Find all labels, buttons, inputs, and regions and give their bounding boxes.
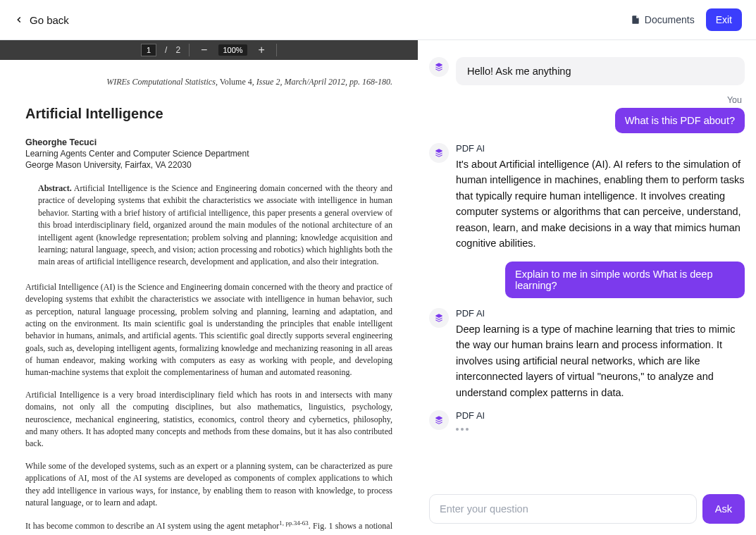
you-label: You bbox=[727, 95, 745, 105]
ai-logo-icon bbox=[434, 62, 444, 72]
toolbar-divider bbox=[189, 44, 190, 56]
ai-message-row: PDF AI Deep learning is a type of machin… bbox=[429, 308, 745, 400]
documents-label: Documents bbox=[645, 14, 695, 25]
ai-message-col: PDF AI It's about Artificial intelligenc… bbox=[456, 143, 745, 252]
pdf-affiliation-2: George Mason University, Fairfax, VA 220… bbox=[25, 160, 392, 170]
pdf-abstract: Abstract. Artificial Intelligence is the… bbox=[38, 183, 392, 269]
ai-message-col: PDF AI bbox=[456, 410, 745, 435]
go-back-button[interactable]: Go back bbox=[14, 14, 69, 26]
toolbar-divider bbox=[276, 44, 277, 56]
ai-avatar bbox=[429, 143, 449, 163]
pdf-paragraph: While some of the developed systems, suc… bbox=[25, 460, 392, 510]
ai-logo-icon bbox=[434, 148, 444, 158]
pdf-paragraph: Artificial Intelligence (AI) is the Scie… bbox=[25, 281, 392, 379]
zoom-out-button[interactable]: − bbox=[198, 44, 210, 56]
ai-logo-icon bbox=[434, 415, 444, 425]
pdf-author: Gheorghe Tecuci bbox=[25, 137, 392, 147]
loading-indicator bbox=[456, 424, 745, 435]
pdf-paragraph: It has become common to describe an AI s… bbox=[25, 519, 392, 535]
page-separator: / bbox=[165, 45, 167, 55]
ai-logo-icon bbox=[434, 313, 444, 323]
ai-message-col: PDF AI Deep learning is a type of machin… bbox=[456, 308, 745, 400]
ask-button[interactable]: Ask bbox=[702, 494, 745, 524]
ai-message-row: PDF AI It's about Artificial intelligenc… bbox=[429, 143, 745, 252]
total-pages: 2 bbox=[175, 45, 180, 55]
header-actions: Documents Exit bbox=[631, 8, 742, 31]
current-page-input[interactable] bbox=[141, 44, 156, 56]
ai-name-label: PDF AI bbox=[456, 308, 745, 319]
ai-avatar bbox=[429, 410, 449, 430]
pdf-affiliation-1: Learning Agents Center and Computer Scie… bbox=[25, 149, 392, 159]
user-message-bubble: Explain to me in simple words What is de… bbox=[505, 262, 745, 298]
pdf-title: Artificial Intelligence bbox=[25, 106, 392, 122]
go-back-label: Go back bbox=[30, 14, 69, 26]
pdf-page-content[interactable]: WIREs Computational Statistics, Volume 4… bbox=[0, 60, 418, 535]
user-message-block: You What is this PDF about? bbox=[429, 95, 745, 133]
main-content: / 2 − 100% + WIREs Computational Statist… bbox=[0, 39, 756, 535]
ai-loading-row: PDF AI bbox=[429, 410, 745, 435]
ai-message-text: It's about Artificial intelligence (AI).… bbox=[456, 156, 745, 252]
chat-input[interactable] bbox=[429, 494, 697, 524]
user-message-block: Explain to me in simple words What is de… bbox=[429, 262, 745, 298]
ai-name-label: PDF AI bbox=[456, 410, 745, 421]
app-header: Go back Documents Exit bbox=[0, 0, 756, 39]
ai-avatar bbox=[429, 57, 449, 77]
pdf-viewer-pane: / 2 − 100% + WIREs Computational Statist… bbox=[0, 40, 418, 535]
pdf-paragraph: Artificial Intelligence is a very broad … bbox=[25, 389, 392, 450]
zoom-in-button[interactable]: + bbox=[256, 44, 268, 56]
ai-greeting-bubble: Hello! Ask me anything bbox=[456, 57, 745, 85]
document-icon bbox=[631, 14, 640, 25]
documents-button[interactable]: Documents bbox=[631, 14, 695, 25]
pdf-citation: WIREs Computational Statistics, Volume 4… bbox=[25, 77, 392, 87]
pdf-toolbar: / 2 − 100% + bbox=[0, 40, 418, 60]
chevron-left-icon bbox=[14, 15, 24, 25]
ai-avatar bbox=[429, 308, 449, 328]
chat-input-row: Ask bbox=[429, 483, 745, 524]
ai-message-text: Deep learning is a type of machine learn… bbox=[456, 321, 745, 400]
ai-name-label: PDF AI bbox=[456, 143, 745, 154]
exit-button[interactable]: Exit bbox=[706, 8, 742, 31]
chat-pane: Hello! Ask me anything You What is this … bbox=[418, 40, 756, 535]
user-message-bubble: What is this PDF about? bbox=[615, 108, 745, 133]
ai-greeting-row: Hello! Ask me anything bbox=[429, 57, 745, 85]
zoom-level[interactable]: 100% bbox=[218, 44, 247, 56]
